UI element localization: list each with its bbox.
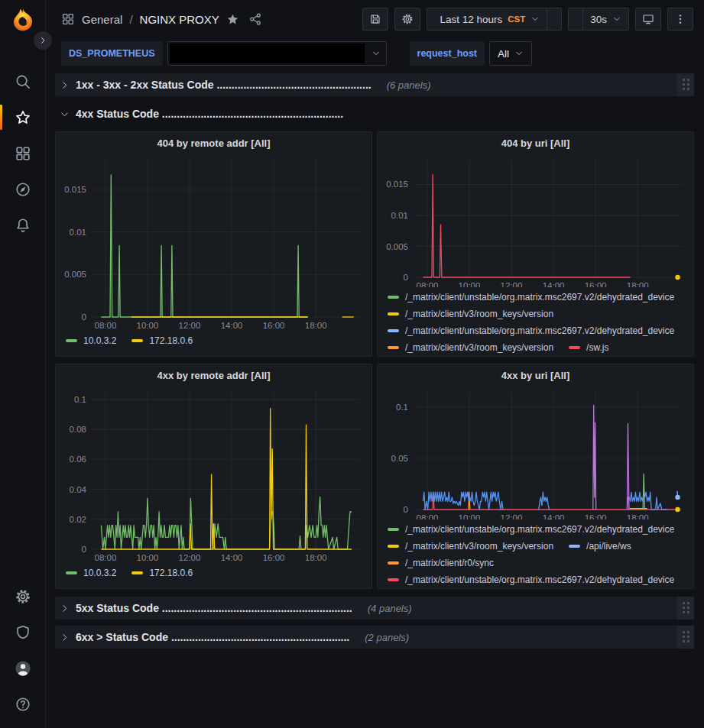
sidebar-item-profile[interactable] (0, 650, 45, 686)
legend-item[interactable]: /sw.js (569, 342, 608, 353)
timeseries-plot[interactable]: 00.020.040.060.080.108:0010:0012:0014:00… (61, 386, 366, 563)
refresh-interval-label: 30s (590, 14, 607, 25)
sidebar-item-help[interactable] (0, 686, 45, 722)
timeseries-plot[interactable]: 00.050.108:0010:0012:0014:0016:0018:00 (383, 386, 688, 519)
refresh-button[interactable] (569, 8, 582, 30)
variable-value-request-host: All (498, 48, 509, 60)
refresh-group: 30s (568, 8, 629, 31)
sidebar-item-explore[interactable] (0, 171, 45, 207)
legend-swatch-icon (388, 561, 399, 565)
legend-item[interactable]: /api/live/ws (569, 541, 631, 552)
legend-item[interactable]: /_matrix/client/unstable/org.matrix.msc2… (388, 524, 674, 535)
svg-text:0.005: 0.005 (64, 270, 86, 279)
variable-label-ds-prometheus[interactable]: DS_PROMETHEUS (61, 41, 163, 66)
sidebar-item-server-admin[interactable] (0, 614, 45, 650)
kebab-menu-icon (674, 13, 686, 25)
tv-mode-button[interactable] (635, 8, 661, 31)
svg-text:16:00: 16:00 (585, 281, 607, 287)
grafana-logo[interactable] (10, 7, 36, 33)
legend-item[interactable]: /_matrix/client/unstable/org.matrix.msc2… (388, 574, 674, 585)
svg-text:12:00: 12:00 (179, 321, 201, 330)
row-6xx-status-code[interactable]: 6xx > Status Code ......................… (55, 626, 694, 649)
legend-label: 172.18.0.6 (149, 335, 193, 346)
legend-label: /api/live/ws (586, 541, 631, 552)
legend-swatch-icon (569, 346, 580, 349)
legend-item[interactable]: 10.0.3.2 (66, 335, 116, 346)
breadcrumb: General / NGINX PROXY (61, 12, 262, 26)
legend-swatch-icon (388, 346, 399, 349)
row-title: 1xx - 3xx - 2xx Status Code ............… (76, 79, 371, 91)
svg-text:18:00: 18:00 (305, 321, 327, 330)
row-1xx-3xx-2xx-status-code[interactable]: 1xx - 3xx - 2xx Status Code ............… (55, 73, 694, 96)
legend-item[interactable]: /_matrix/client/unstable/org.matrix.msc2… (388, 292, 674, 303)
sidebar-item-alerting[interactable] (0, 207, 45, 243)
row-drag-handle[interactable] (677, 597, 694, 620)
legend-item[interactable]: /_matrix/client/v3/room_keys/version (388, 309, 553, 319)
svg-text:08:00: 08:00 (417, 281, 439, 287)
zoom-out-button[interactable] (547, 8, 561, 30)
svg-text:0.015: 0.015 (64, 185, 86, 194)
legend-swatch-icon (569, 545, 580, 548)
variable-select-request-host[interactable]: All (489, 41, 532, 66)
legend-item[interactable]: 10.0.3.2 (66, 568, 116, 578)
svg-text:14:00: 14:00 (543, 281, 565, 287)
svg-text:0: 0 (404, 505, 408, 514)
legend-item[interactable]: /_matrix/client/v3/room_keys/version (388, 342, 553, 353)
dashboard-settings-button[interactable] (394, 8, 420, 31)
sidebar-item-dashboards[interactable] (0, 135, 45, 171)
panel-title[interactable]: 4xx by remote addr [All] (61, 364, 366, 386)
save-dashboard-button[interactable] (362, 8, 388, 31)
svg-text:10:00: 10:00 (459, 281, 481, 287)
time-range-picker[interactable]: Last 12 hours CST (427, 8, 547, 30)
sidebar-bottom-nav (0, 578, 45, 728)
row-collapse-icon (60, 109, 70, 119)
svg-text:10:00: 10:00 (137, 321, 159, 330)
sidebar-item-starred[interactable] (0, 99, 45, 135)
panel-title[interactable]: 404 by remote addr [All] (61, 132, 366, 154)
breadcrumb-folder[interactable]: General (82, 13, 122, 26)
legend-item[interactable]: /_matrix/client/r0/sync (388, 558, 494, 568)
panel-title[interactable]: 4xx by uri [All] (383, 364, 688, 386)
svg-text:0: 0 (82, 545, 86, 554)
panel-title[interactable]: 404 by uri [All] (383, 132, 688, 154)
row-drag-handle[interactable] (677, 73, 694, 96)
gear-icon (15, 588, 31, 605)
svg-text:18:00: 18:00 (627, 513, 649, 519)
row-5xx-status-code[interactable]: 5xx Status Code ........................… (55, 597, 694, 620)
sidebar-item-configuration[interactable] (0, 578, 45, 614)
shield-icon (15, 624, 31, 641)
svg-text:0.06: 0.06 (70, 455, 86, 464)
legend-label: /_matrix/client/unstable/org.matrix.msc2… (405, 574, 674, 585)
time-range-label: Last 12 hours (440, 14, 502, 25)
question-icon (15, 696, 31, 713)
page-title[interactable]: NGINX PROXY (140, 13, 219, 26)
more-options-button[interactable] (667, 8, 693, 31)
row-4xx-status-code[interactable]: 4xx Status Code ........................… (55, 102, 694, 125)
legend-label: 172.18.0.6 (149, 568, 193, 578)
nav-sidebar (0, 0, 46, 728)
legend-item[interactable]: 172.18.0.6 (131, 568, 193, 578)
row-panel-count: (6 panels) (387, 79, 431, 91)
row-expand-icon (60, 603, 70, 613)
row-drag-handle[interactable] (677, 626, 694, 649)
dashboards-grid-icon[interactable] (61, 12, 75, 26)
variable-label-request-host[interactable]: request_host (410, 41, 485, 66)
timeseries-plot[interactable]: 00.0050.010.01508:0010:0012:0014:0016:00… (61, 154, 366, 331)
legend-swatch-icon (66, 339, 77, 342)
legend-item[interactable]: /_matrix/client/v3/room_keys/version (388, 541, 553, 552)
svg-text:0.015: 0.015 (386, 180, 408, 189)
variable-select-ds-prometheus[interactable] (167, 41, 387, 66)
timeseries-plot[interactable]: 00.0050.010.01508:0010:0012:0014:0016:00… (383, 154, 688, 287)
svg-text:14:00: 14:00 (221, 553, 243, 562)
refresh-interval-picker[interactable]: 30s (582, 8, 628, 30)
share-icon[interactable] (248, 12, 262, 26)
dashboard-canvas: 1xx - 3xx - 2xx Status Code ............… (46, 69, 704, 728)
sidebar-item-search[interactable] (0, 63, 45, 99)
panel-404-by-remote-addr-all: 404 by remote addr [All]00.0050.010.0150… (55, 131, 372, 357)
legend-item[interactable]: /_matrix/client/unstable/org.matrix.msc2… (388, 325, 674, 336)
legend-label: /_matrix/client/v3/room_keys/version (405, 541, 553, 552)
legend-item[interactable]: 172.18.0.6 (131, 335, 193, 346)
legend-swatch-icon (388, 578, 399, 581)
favorite-star-icon[interactable] (226, 13, 239, 26)
sidebar-expand-button[interactable] (34, 31, 52, 50)
